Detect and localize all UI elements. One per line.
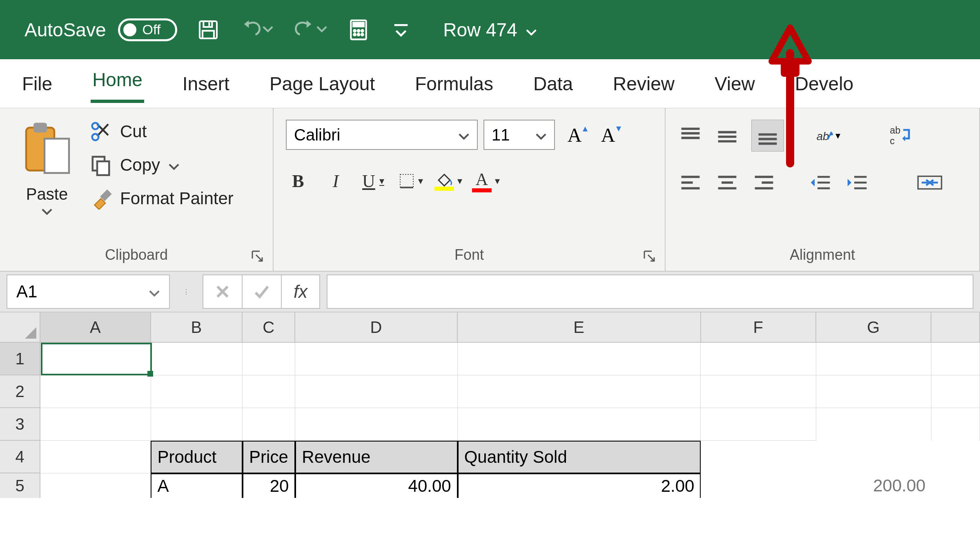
cell-C3[interactable]: [243, 408, 295, 441]
tab-home[interactable]: Home: [91, 65, 144, 103]
cell-A1[interactable]: [40, 343, 151, 375]
align-left-button[interactable]: [678, 170, 703, 195]
row-header-5[interactable]: 5: [0, 473, 40, 498]
cell-D3[interactable]: [295, 408, 457, 441]
cell-D1[interactable]: [295, 343, 457, 375]
cell-E2[interactable]: [458, 375, 701, 408]
cell-F3[interactable]: [701, 408, 816, 441]
orientation-button[interactable]: ab ▾: [815, 123, 840, 148]
document-title[interactable]: Row 474: [443, 19, 537, 41]
tab-data[interactable]: Data: [532, 69, 575, 99]
redo-icon[interactable]: [293, 18, 316, 41]
cell-F2[interactable]: [701, 375, 816, 408]
cell-C5[interactable]: 20: [243, 473, 295, 498]
align-top-button[interactable]: [678, 123, 703, 148]
cell-H5[interactable]: [931, 473, 980, 498]
cell-B4[interactable]: Product: [151, 441, 243, 473]
tab-review[interactable]: Review: [611, 69, 676, 99]
cut-button[interactable]: Cut: [90, 120, 261, 143]
italic-button[interactable]: I: [323, 169, 348, 193]
col-header-B[interactable]: B: [151, 312, 243, 343]
underline-button[interactable]: U▾: [361, 169, 385, 193]
calculator-icon[interactable]: [347, 18, 370, 41]
copy-caret-icon[interactable]: [168, 155, 180, 175]
redo-caret-icon[interactable]: [316, 25, 327, 35]
col-header-A[interactable]: A: [40, 312, 151, 343]
cancel-formula-button[interactable]: [203, 274, 242, 309]
cell-H4[interactable]: [931, 441, 980, 473]
clipboard-dialog-launcher[interactable]: [250, 249, 265, 263]
cell-F5[interactable]: [701, 473, 816, 498]
tab-file[interactable]: File: [20, 69, 54, 99]
cell-G3[interactable]: [816, 408, 931, 441]
cell-E5[interactable]: 2.00: [458, 473, 701, 498]
cell-C2[interactable]: [243, 375, 295, 408]
cell-F1[interactable]: [701, 343, 816, 375]
cell-D2[interactable]: [295, 375, 457, 408]
cell-A4[interactable]: [40, 441, 151, 473]
cell-C1[interactable]: [243, 343, 295, 375]
col-header-edge[interactable]: [931, 312, 980, 343]
col-header-D[interactable]: D: [295, 312, 457, 343]
font-name-select[interactable]: Calibri: [286, 120, 478, 150]
undo-caret-icon[interactable]: [262, 25, 274, 35]
cell-F4[interactable]: [701, 441, 816, 473]
autosave-toggle[interactable]: Off: [118, 18, 177, 41]
paste-caret-icon[interactable]: [41, 207, 53, 217]
cell-D4[interactable]: Revenue: [295, 441, 457, 473]
col-header-G[interactable]: G: [816, 312, 931, 343]
align-middle-button[interactable]: [715, 123, 740, 148]
tab-insert[interactable]: Insert: [181, 69, 231, 99]
increase-indent-button[interactable]: [844, 170, 870, 195]
cell-A2[interactable]: [40, 375, 151, 408]
row-header-1[interactable]: 1: [0, 343, 40, 375]
font-dialog-launcher[interactable]: [642, 249, 657, 263]
formula-input[interactable]: [327, 274, 973, 309]
paste-button[interactable]: Paste: [12, 120, 82, 242]
wrap-text-button[interactable]: abc: [888, 123, 913, 148]
tab-view[interactable]: View: [713, 69, 757, 99]
borders-button[interactable]: ▾: [399, 169, 423, 193]
cell-B5[interactable]: A: [151, 473, 243, 498]
cell-G4[interactable]: [816, 441, 931, 473]
decrease-font-button[interactable]: A▾: [594, 120, 622, 149]
cell-G1[interactable]: [816, 343, 931, 375]
decrease-indent-button[interactable]: [808, 170, 833, 195]
font-size-select[interactable]: 11: [483, 120, 555, 150]
bold-button[interactable]: B: [286, 169, 310, 193]
increase-font-button[interactable]: A▴: [561, 120, 588, 149]
row-header-2[interactable]: 2: [0, 375, 40, 408]
save-icon[interactable]: [197, 18, 220, 41]
align-bottom-button[interactable]: [751, 120, 784, 152]
format-painter-button[interactable]: Format Painter: [90, 187, 261, 210]
col-header-F[interactable]: F: [701, 312, 816, 343]
cell-G2[interactable]: [816, 375, 931, 408]
undo-icon[interactable]: [239, 18, 262, 41]
cell-H3[interactable]: [931, 408, 980, 441]
cell-G5[interactable]: 200.00: [816, 473, 931, 498]
cell-C4[interactable]: Price: [243, 441, 295, 473]
align-center-button[interactable]: [715, 170, 740, 195]
cell-D5[interactable]: 40.00: [295, 473, 457, 498]
col-header-C[interactable]: C: [243, 312, 295, 343]
tab-developer[interactable]: Develo: [793, 69, 855, 99]
cell-A5[interactable]: [40, 473, 151, 498]
customize-qat-icon[interactable]: [390, 18, 412, 41]
cell-B1[interactable]: [151, 343, 243, 375]
fill-color-button[interactable]: ▾: [436, 169, 461, 193]
select-all-button[interactable]: [0, 312, 40, 343]
cell-H2[interactable]: [931, 375, 980, 408]
enter-formula-button[interactable]: [242, 274, 281, 309]
copy-button[interactable]: Copy: [90, 154, 261, 176]
merge-center-button[interactable]: [917, 170, 942, 195]
insert-function-button[interactable]: fx: [281, 274, 320, 309]
row-header-3[interactable]: 3: [0, 408, 40, 441]
cell-E1[interactable]: [458, 343, 701, 375]
cell-E3[interactable]: [458, 408, 701, 441]
tab-formulas[interactable]: Formulas: [413, 69, 495, 99]
cell-H1[interactable]: [931, 343, 980, 375]
cell-A3[interactable]: [40, 408, 151, 441]
align-right-button[interactable]: [751, 170, 777, 195]
font-color-button[interactable]: A ▾: [474, 169, 498, 193]
cell-B3[interactable]: [151, 408, 243, 441]
